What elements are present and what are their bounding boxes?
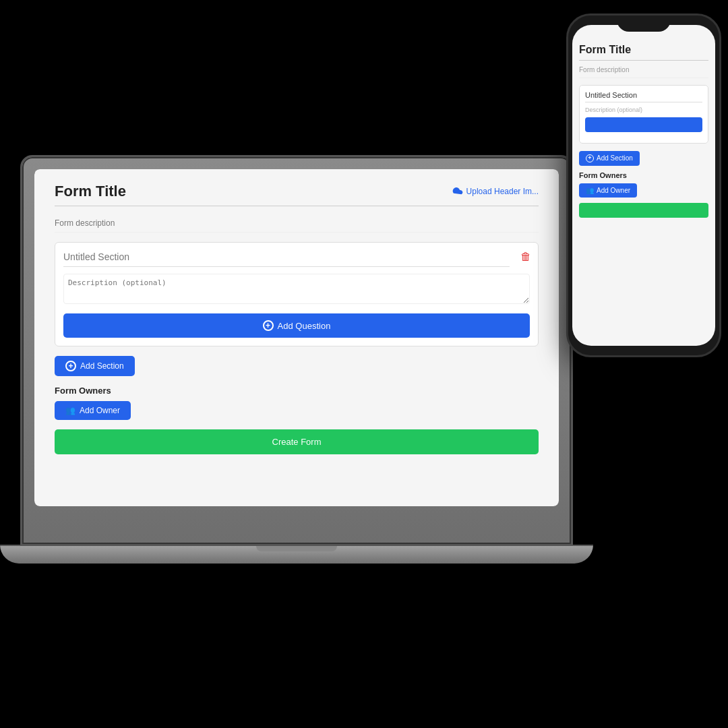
- add-section-label: Add Section: [80, 361, 124, 371]
- phone-form-title: Form Title: [579, 44, 708, 61]
- laptop-screen-bezel: Upload Header Im... 🗑 + Add Question: [34, 169, 559, 506]
- laptop-device: Upload Header Im... 🗑 + Add Question: [20, 155, 573, 627]
- create-form-button[interactable]: Create Form: [55, 429, 539, 454]
- phone-add-question-bar[interactable]: [585, 117, 702, 132]
- phone-add-section-plus-icon: +: [586, 154, 594, 162]
- section-description-textarea[interactable]: [63, 274, 530, 304]
- phone-add-section-button[interactable]: + Add Section: [579, 151, 640, 166]
- cloud-upload-icon: [452, 186, 463, 197]
- add-owner-button[interactable]: 👥 Add Owner: [55, 401, 131, 420]
- section-title-input[interactable]: [63, 251, 510, 267]
- form-title-input[interactable]: [55, 183, 452, 200]
- phone-screen: Form Title Form description Untitled Sec…: [572, 25, 715, 346]
- section-box: 🗑 + Add Question: [55, 242, 539, 346]
- form-owners-label: Form Owners: [55, 386, 539, 396]
- phone-body: Form Title Form description Untitled Sec…: [566, 13, 721, 357]
- phone-device: Form Title Form description Untitled Sec…: [566, 13, 721, 357]
- add-question-button[interactable]: + Add Question: [63, 313, 530, 338]
- laptop-screen-content: Upload Header Im... 🗑 + Add Question: [34, 169, 559, 506]
- phone-create-form-bar[interactable]: [579, 203, 708, 218]
- phone-add-section-label: Add Section: [597, 154, 633, 162]
- phone-person-add-icon: 👥: [586, 187, 594, 194]
- phone-section-title: Untitled Section: [585, 91, 702, 102]
- phone-notch: [617, 16, 671, 32]
- add-section-plus-icon: +: [65, 361, 76, 371]
- laptop-base: [0, 545, 593, 564]
- phone-form-owners-label: Form Owners: [579, 171, 708, 179]
- laptop-screen: Upload Header Im... 🗑 + Add Question: [34, 169, 559, 506]
- form-header: Upload Header Im...: [55, 183, 539, 206]
- add-section-button[interactable]: + Add Section: [55, 356, 135, 376]
- laptop-notch: [256, 546, 337, 551]
- upload-header-button[interactable]: Upload Header Im...: [452, 186, 539, 197]
- add-question-plus-icon: +: [263, 320, 274, 331]
- person-add-icon: 👥: [65, 406, 75, 415]
- phone-section-description: Description (optional): [585, 107, 702, 113]
- upload-header-label: Upload Header Im...: [466, 187, 539, 196]
- delete-section-icon[interactable]: 🗑: [520, 251, 531, 263]
- phone-form-description: Form description: [579, 66, 708, 78]
- phone-section-box: Untitled Section Description (optional): [579, 85, 708, 144]
- phone-add-owner-label: Add Owner: [597, 187, 630, 194]
- add-question-label: Add Question: [278, 321, 331, 331]
- form-description-input[interactable]: [55, 214, 539, 233]
- laptop-body: Upload Header Im... 🗑 + Add Question: [20, 155, 573, 546]
- add-owner-label: Add Owner: [80, 406, 120, 415]
- phone-add-owner-button[interactable]: 👥 Add Owner: [579, 183, 637, 198]
